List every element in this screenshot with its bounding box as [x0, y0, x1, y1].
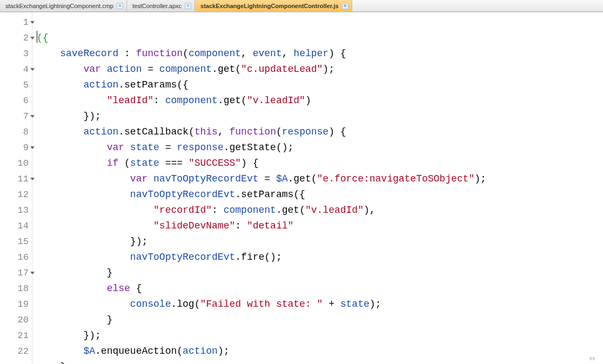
line-number: 5 — [0, 77, 32, 93]
tab-controller-apxc[interactable]: testController.apxc × — [127, 0, 195, 11]
horizontal-scroll-icon[interactable] — [586, 356, 599, 363]
tab-controller-js[interactable]: stackExchangeLightningComponentControlle… — [195, 0, 352, 11]
line-number-gutter: 12345678910111213141516171819202122 — [0, 12, 32, 364]
line-number: 11 — [0, 171, 32, 187]
tab-component[interactable]: stackExchangeLightningComponent.cmp × — [0, 0, 127, 11]
line-number: 8 — [0, 124, 32, 140]
code-editor[interactable]: 12345678910111213141516171819202122 ({ s… — [0, 12, 603, 364]
line-number: 21 — [0, 328, 32, 343]
line-number: 6 — [0, 93, 32, 109]
close-icon[interactable]: × — [117, 3, 123, 9]
code-token: ({ — [37, 32, 49, 43]
close-icon[interactable]: × — [342, 3, 349, 9]
line-number: 18 — [0, 281, 32, 296]
line-number: 22 — [0, 343, 32, 359]
tab-label: stackExchangeLightningComponent.cmp — [5, 3, 113, 9]
line-number: 20 — [0, 312, 32, 328]
tab-label: stackExchangeLightningComponentControlle… — [200, 3, 338, 9]
line-number: 12 — [0, 187, 32, 203]
tab-bar: stackExchangeLightningComponent.cmp × te… — [0, 0, 603, 12]
code-content[interactable]: ({ saveRecord : function(component, even… — [32, 12, 603, 364]
line-number: 4 — [0, 62, 32, 77]
line-number: 17 — [0, 265, 32, 281]
line-number: 2 — [0, 30, 32, 46]
tab-label: testController.apxc — [132, 3, 182, 9]
line-number: 7 — [0, 109, 32, 124]
line-number: 19 — [0, 296, 32, 312]
line-number: 3 — [0, 46, 32, 62]
line-number: 1 — [0, 15, 32, 30]
line-number: 15 — [0, 234, 32, 250]
line-number: 16 — [0, 250, 32, 265]
close-icon[interactable]: × — [185, 3, 191, 9]
line-number: 10 — [0, 156, 32, 171]
line-number: 9 — [0, 140, 32, 156]
line-number: 14 — [0, 218, 32, 234]
line-number: 13 — [0, 203, 32, 218]
